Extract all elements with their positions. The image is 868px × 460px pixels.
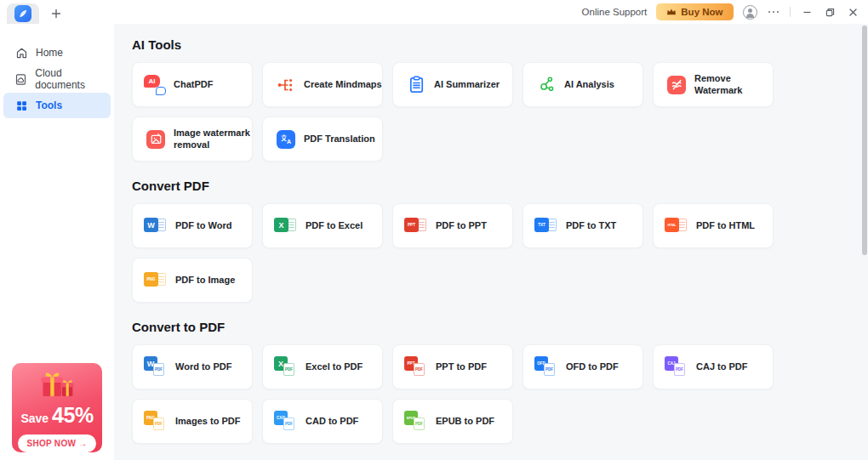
epub-to-pdf-icon: EPUBPDF xyxy=(404,411,430,432)
tool-card-label: ChatPDF xyxy=(174,79,213,91)
image-watermark-removal-icon xyxy=(144,128,168,150)
tool-card-pdf-to-word[interactable]: WPDF to Word xyxy=(132,203,253,248)
tool-card-label: PDF Translation xyxy=(304,133,375,145)
tool-card-pdf-to-image[interactable]: PNGPDF to Image xyxy=(132,258,253,303)
tool-card-remove-watermark[interactable]: Remove Watermark xyxy=(653,62,774,107)
tool-card-image-watermark-removal[interactable]: Image watermark removal xyxy=(132,116,253,162)
tool-card-label: OFD to PDF xyxy=(566,361,619,373)
word-to-pdf-icon: WPDF xyxy=(144,356,169,378)
tool-card-ppt-to-pdf[interactable]: PPTPDFPPT to PDF xyxy=(392,344,513,389)
minimize-button[interactable] xyxy=(800,5,814,19)
tool-card-caj-to-pdf[interactable]: CAJPDFCAJ to PDF xyxy=(653,344,774,389)
tool-card-label: CAD to PDF xyxy=(306,416,358,428)
titlebar: Online Support Buy Now xyxy=(0,0,868,24)
tool-card-label: PDF to Excel xyxy=(306,220,363,232)
tool-card-ai-summarizer[interactable]: AI Summarizer xyxy=(392,62,513,107)
app-body: HomeCloud documentsTools Save 45% xyxy=(0,24,868,460)
tool-card-pdf-translation[interactable]: APDF Translation xyxy=(262,116,383,162)
tool-card-images-to-pdf[interactable]: PNGPDFImages to PDF xyxy=(132,399,253,444)
tool-sections: AI ToolsAIChatPDFCreate MindmapsAI Summa… xyxy=(132,37,868,444)
tool-card-label: AI Analysis xyxy=(564,79,614,91)
main-content: AI ToolsAIChatPDFCreate MindmapsAI Summa… xyxy=(114,24,868,460)
create-mindmaps-icon xyxy=(274,74,298,96)
sidebar-item-home[interactable]: Home xyxy=(3,40,111,65)
pdf-to-word-icon: W xyxy=(144,215,169,236)
new-tab-button[interactable] xyxy=(51,3,61,24)
crown-icon xyxy=(666,8,677,16)
remove-watermark-icon xyxy=(665,74,688,96)
close-button[interactable] xyxy=(846,5,859,19)
tool-card-label: Word to PDF xyxy=(175,361,231,373)
tool-card-excel-to-pdf[interactable]: XPDFExcel to PDF xyxy=(262,344,383,389)
pdf-to-html-icon: HTML xyxy=(665,215,690,236)
tool-card-label: Image watermark removal xyxy=(174,128,252,151)
tool-card-label: Create Mindmaps xyxy=(304,79,382,91)
ai-analysis-icon xyxy=(534,74,558,96)
excel-to-pdf-icon: XPDF xyxy=(274,356,300,378)
promo-save-label: Save xyxy=(20,412,49,425)
section-title: Convert PDF xyxy=(132,179,868,193)
promo-text: Save 45% xyxy=(20,403,93,428)
sidebar-nav: HomeCloud documentsTools xyxy=(0,24,114,118)
tool-grid: WPDF to WordXPDF to ExcelPPTPDF to PPTTX… xyxy=(132,203,868,303)
tool-card-label: PDF to TXT xyxy=(566,220,616,232)
promo-banner[interactable]: Save 45% SHOP NOW → xyxy=(12,363,102,452)
ppt-to-pdf-icon: PPTPDF xyxy=(404,356,430,378)
chatpdf-icon: AI xyxy=(144,75,168,95)
restore-button[interactable] xyxy=(823,5,837,19)
tool-card-pdf-to-excel[interactable]: XPDF to Excel xyxy=(262,203,383,248)
scrollbar xyxy=(861,24,868,460)
tool-card-label: PPT to PDF xyxy=(436,361,487,373)
cad-to-pdf-icon: CADPDF xyxy=(274,411,300,432)
tool-grid: WPDFWord to PDFXPDFExcel to PDFPPTPDFPPT… xyxy=(132,344,868,444)
buy-now-button[interactable]: Buy Now xyxy=(656,3,733,20)
tool-card-label: Images to PDF xyxy=(175,416,240,428)
cloud-document-icon xyxy=(14,72,27,86)
tool-card-chatpdf[interactable]: AIChatPDF xyxy=(132,62,253,107)
tool-card-label: PDF to Word xyxy=(175,220,231,232)
pdf-to-txt-icon: TXT xyxy=(534,215,560,236)
caj-to-pdf-icon: CAJPDF xyxy=(665,356,690,378)
sidebar: HomeCloud documentsTools Save 45% xyxy=(0,24,114,460)
tool-card-pdf-to-html[interactable]: HTMLPDF to HTML xyxy=(653,203,774,248)
tool-grid: AIChatPDFCreate MindmapsAI SummarizerAI … xyxy=(132,62,868,162)
tool-card-ai-analysis[interactable]: AI Analysis xyxy=(523,62,643,107)
account-avatar[interactable] xyxy=(743,5,757,20)
tool-card-pdf-to-txt[interactable]: TXTPDF to TXT xyxy=(523,203,643,248)
tool-card-label: PDF to PPT xyxy=(436,220,487,232)
tool-card-word-to-pdf[interactable]: WPDFWord to PDF xyxy=(132,344,253,389)
more-menu-button[interactable] xyxy=(767,9,781,15)
sidebar-item-tools[interactable]: Tools xyxy=(3,93,111,118)
tool-card-label: CAJ to PDF xyxy=(696,361,748,373)
promo-discount: 45% xyxy=(52,403,94,428)
tool-card-label: EPUB to PDF xyxy=(436,416,494,428)
section-title: AI Tools xyxy=(132,37,868,52)
pdf-translation-icon: A xyxy=(274,128,298,150)
tool-card-ofd-to-pdf[interactable]: OFDPDFOFD to PDF xyxy=(523,344,643,389)
tool-card-label: AI Summarizer xyxy=(434,79,500,91)
section-convert-pdf: Convert PDFWPDF to WordXPDF to ExcelPPTP… xyxy=(132,179,868,303)
ofd-to-pdf-icon: OFDPDF xyxy=(534,356,560,378)
shop-now-button[interactable]: SHOP NOW → xyxy=(18,434,96,452)
scrollbar-thumb[interactable] xyxy=(862,26,867,255)
tool-card-label: Excel to PDF xyxy=(306,361,363,373)
tool-card-cad-to-pdf[interactable]: CADPDFCAD to PDF xyxy=(262,399,383,444)
tool-card-label: PDF to HTML xyxy=(696,220,755,232)
sidebar-item-label: Home xyxy=(36,47,63,59)
app-tab[interactable] xyxy=(7,3,39,24)
pdf-to-image-icon: PNG xyxy=(144,270,169,291)
section-title: Convert to PDF xyxy=(132,320,868,334)
tool-card-label: Remove Watermark xyxy=(694,73,773,97)
pdf-to-excel-icon: X xyxy=(274,215,300,236)
home-icon xyxy=(14,46,28,60)
app-logo-icon xyxy=(14,5,31,22)
tool-card-pdf-to-ppt[interactable]: PPTPDF to PPT xyxy=(392,203,513,248)
tool-card-create-mindmaps[interactable]: Create Mindmaps xyxy=(262,62,383,107)
sidebar-item-cloud-documents[interactable]: Cloud documents xyxy=(3,66,111,92)
tool-card-epub-to-pdf[interactable]: EPUBPDFEPUB to PDF xyxy=(392,399,513,444)
section-ai-tools: AI ToolsAIChatPDFCreate MindmapsAI Summa… xyxy=(132,37,868,162)
sidebar-item-label: Cloud documents xyxy=(35,67,111,91)
images-to-pdf-icon: PNGPDF xyxy=(144,411,169,432)
tools-grid-icon xyxy=(14,99,28,112)
online-support-link[interactable]: Online Support xyxy=(582,7,648,17)
